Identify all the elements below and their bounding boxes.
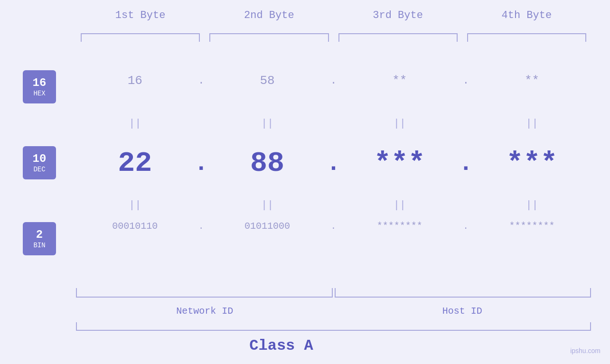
bracket-4 <box>467 33 586 42</box>
dec-byte3: *** <box>341 147 459 179</box>
dec-byte2: 88 <box>208 147 327 179</box>
bin-dot2: . <box>327 222 341 231</box>
eq2-c4: || <box>473 199 591 211</box>
network-id-label: Network ID <box>76 306 334 317</box>
byte1-header: 1st Byte <box>76 9 205 21</box>
hex-row: 16 . 58 . ** . ** <box>76 74 591 88</box>
eq2-c1: || <box>76 199 194 211</box>
byte-headers: 1st Byte 2nd Byte 3rd Byte 4th Byte <box>76 9 591 21</box>
hex-dot3: . <box>459 75 473 87</box>
eq1-c4: || <box>473 118 591 130</box>
hex-byte2: 58 <box>208 74 327 88</box>
byte4-header: 4th Byte <box>462 9 591 21</box>
bin-dot1: . <box>194 222 208 231</box>
dec-base-label: 10 DEC <box>23 146 56 179</box>
eq1-c2: || <box>208 118 327 130</box>
top-brackets <box>76 33 591 42</box>
host-bracket <box>335 288 591 298</box>
bin-byte1: 00010110 <box>76 221 194 232</box>
bin-byte2: 01011000 <box>208 221 327 232</box>
equals-row-2: || || || || <box>76 199 591 211</box>
bin-byte4: ******** <box>473 221 591 232</box>
bracket-1 <box>81 33 200 42</box>
dec-row: 22 . 88 . *** . *** <box>76 147 591 179</box>
bin-row: 00010110 . 01011000 . ******** . *******… <box>76 221 591 232</box>
hex-dot2: . <box>327 75 341 87</box>
eq2-c3: || <box>341 199 459 211</box>
hex-dot1: . <box>194 75 208 87</box>
equals-row-1: || || || || <box>76 118 591 130</box>
class-label: Class A <box>0 337 563 355</box>
hex-byte4: ** <box>473 74 591 88</box>
network-bracket <box>76 288 333 298</box>
bin-dot3: . <box>459 222 473 231</box>
id-brackets <box>76 288 591 298</box>
dec-dot2: . <box>327 150 341 177</box>
hex-byte1: 16 <box>76 74 194 88</box>
hex-byte3: ** <box>341 74 459 88</box>
dec-dot3: . <box>459 150 473 177</box>
host-id-label: Host ID <box>334 306 591 317</box>
byte2-header: 2nd Byte <box>205 9 333 21</box>
hex-base-label: 16 HEX <box>23 70 56 103</box>
dec-byte1: 22 <box>76 147 194 179</box>
full-bottom-bracket <box>76 322 591 331</box>
eq2-c2: || <box>208 199 327 211</box>
bin-base-label: 2 BIN <box>23 222 56 255</box>
eq1-c1: || <box>76 118 194 130</box>
dec-byte4: *** <box>473 147 591 179</box>
id-labels: Network ID Host ID <box>76 306 591 317</box>
eq1-c3: || <box>341 118 459 130</box>
bracket-3 <box>338 33 458 42</box>
bin-byte3: ******** <box>341 221 459 232</box>
byte3-header: 3rd Byte <box>334 9 462 21</box>
bracket-2 <box>209 33 328 42</box>
watermark: ipshu.com <box>570 347 601 355</box>
dec-dot1: . <box>194 150 208 177</box>
main-container: 1st Byte 2nd Byte 3rd Byte 4th Byte 16 H… <box>0 0 610 364</box>
